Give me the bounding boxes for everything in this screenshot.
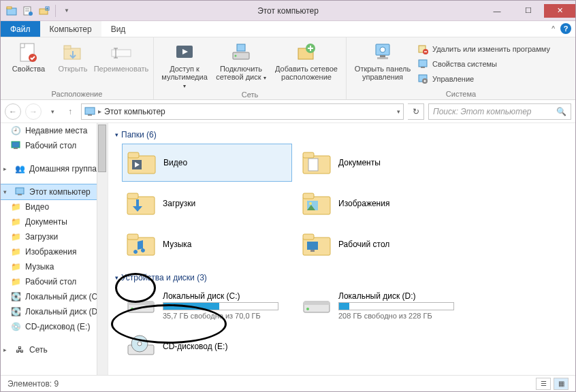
- section-devices[interactable]: ▾Устройства и диски (3): [115, 273, 569, 282]
- uninstall-button[interactable]: Удалить или изменить программу: [417, 42, 550, 56]
- sidebar-item-network[interactable]: ▸🖧Сеть: [1, 342, 108, 357]
- item-label: Загрузки: [163, 199, 195, 208]
- history-dropdown[interactable]: ▾: [46, 103, 59, 120]
- forward-button[interactable]: →: [25, 103, 42, 120]
- item-label: Изображения: [338, 199, 389, 208]
- sysprops-button[interactable]: Свойства системы: [417, 56, 550, 71]
- tab-file[interactable]: Файл: [1, 21, 40, 37]
- folder-icon: [302, 231, 332, 258]
- sidebar-item-thispc[interactable]: ▾Этот компьютер: [1, 184, 108, 199]
- folder-icon: [127, 149, 157, 176]
- maximize-button[interactable]: ☐: [513, 4, 544, 18]
- properties-button[interactable]: Свойства: [6, 40, 51, 73]
- thispc-icon: [84, 106, 95, 117]
- group-label-network: Сеть: [159, 89, 340, 99]
- sidebar-item-homegroup[interactable]: ▸👥Домашняя группа: [1, 161, 108, 176]
- svg-rect-66: [128, 301, 154, 305]
- up-button[interactable]: ↑: [63, 103, 77, 120]
- view-tiles-button[interactable]: ▦: [554, 378, 569, 390]
- qat-properties-icon[interactable]: [21, 4, 35, 18]
- drive-usage-fill: [339, 303, 349, 310]
- sidebar-item-documents[interactable]: 📁Документы: [1, 214, 108, 229]
- svg-rect-55: [303, 193, 314, 199]
- minimize-button[interactable]: —: [481, 4, 513, 18]
- sidebar-item-videos[interactable]: 📁Видео: [1, 199, 108, 214]
- svg-rect-21: [237, 44, 245, 51]
- sidebar-item-downloads[interactable]: 📁Загрузки: [1, 229, 108, 244]
- qat-dropdown-icon[interactable]: ▼: [60, 4, 74, 18]
- breadcrumb[interactable]: Этот компьютер: [104, 107, 165, 116]
- folder-icon: 📁: [10, 261, 21, 272]
- item-music[interactable]: Музыка: [122, 225, 292, 263]
- sidebar-scroll-thumb[interactable]: [98, 125, 106, 172]
- open-icon: [62, 42, 84, 63]
- sidebar-scrollbar[interactable]: [97, 123, 108, 375]
- qat-separator: [55, 5, 56, 17]
- view-details-button[interactable]: ☰: [536, 378, 551, 390]
- cpanel-button[interactable]: Открыть панель управления: [352, 40, 413, 81]
- svg-rect-60: [127, 234, 138, 240]
- item-videos[interactable]: Видео: [122, 144, 292, 182]
- collapse-ribbon-icon[interactable]: ^: [551, 25, 555, 33]
- item-drive-e[interactable]: CD-дисковод (E:): [122, 327, 292, 365]
- svg-rect-13: [64, 46, 71, 49]
- back-button[interactable]: ←: [5, 103, 21, 120]
- manage-button[interactable]: Управление: [417, 71, 550, 86]
- item-label: Документы: [338, 158, 381, 167]
- mapdrive-button[interactable]: Подключить сетевой диск ▾: [214, 40, 268, 81]
- address-bar[interactable]: ▸ Этот компьютер ▾: [81, 103, 404, 120]
- addr-dropdown-icon[interactable]: ▾: [397, 108, 400, 115]
- svg-rect-44: [18, 194, 22, 195]
- sidebar-item-cddrive[interactable]: 💿CD-дисковод (E:): [1, 319, 108, 334]
- item-drive-d[interactable]: Локальный диск (D:) 208 ГБ свободно из 2…: [298, 287, 468, 325]
- quick-access-toolbar: ▼: [1, 4, 74, 18]
- sysprops-icon: [417, 59, 428, 69]
- svg-rect-51: [308, 159, 318, 171]
- app-icon[interactable]: [5, 4, 18, 18]
- svg-point-38: [424, 80, 426, 82]
- rename-button[interactable]: Переименовать: [95, 40, 148, 73]
- sidebar-item-sdesktop[interactable]: 📁Рабочий стол: [1, 274, 108, 289]
- navigation-bar: ← → ▾ ↑ ▸ Этот компьютер ▾ ↻ Поиск: Этот…: [1, 100, 575, 123]
- sidebar-item-desktop[interactable]: Рабочий стол: [1, 138, 108, 153]
- open-button[interactable]: Открыть: [55, 40, 91, 73]
- close-button[interactable]: ✕: [544, 4, 575, 18]
- svg-rect-28: [380, 55, 385, 57]
- sidebar-item-music[interactable]: 📁Музыка: [1, 259, 108, 274]
- search-box[interactable]: Поиск: Этот компьютер 🔍: [428, 103, 571, 120]
- svg-rect-6: [39, 9, 48, 14]
- drive-usage-bar: [338, 302, 454, 310]
- ribbon: Свойства Открыть Переименовать Расположе…: [1, 37, 575, 100]
- item-pictures[interactable]: Изображения: [298, 184, 468, 223]
- svg-rect-69: [304, 301, 330, 305]
- drives-grid: Локальный диск (C:) 35,7 ГБ свободно из …: [122, 287, 569, 365]
- addloc-button[interactable]: Добавить сетевое расположение: [272, 40, 340, 81]
- sysprops-label: Свойства системы: [432, 60, 497, 68]
- svg-rect-1: [7, 7, 12, 9]
- svg-rect-43: [16, 188, 24, 194]
- tab-computer[interactable]: Компьютер: [40, 21, 101, 37]
- item-drive-c[interactable]: Локальный диск (C:) 35,7 ГБ свободно из …: [122, 287, 292, 325]
- item-downloads[interactable]: Загрузки: [122, 184, 292, 223]
- status-text: Элементов: 9: [7, 379, 59, 389]
- sidebar-item-diskc[interactable]: 💽Локальный диск (C:): [1, 289, 108, 304]
- body: 🕘Недавние места Рабочий стол ▸👥Домашняя …: [1, 123, 575, 375]
- svg-point-22: [235, 55, 237, 57]
- section-folders[interactable]: ▾Папки (6): [115, 130, 569, 140]
- sidebar-item-diskd[interactable]: 💽Локальный диск (D:): [1, 304, 108, 319]
- item-documents[interactable]: Документы: [298, 144, 468, 182]
- svg-point-5: [29, 12, 33, 16]
- svg-rect-50: [303, 152, 314, 158]
- refresh-button[interactable]: ↻: [408, 103, 424, 120]
- qat-newfolder-icon[interactable]: [37, 4, 51, 18]
- svg-rect-53: [127, 193, 138, 199]
- tab-view[interactable]: Вид: [101, 21, 135, 37]
- media-button[interactable]: Доступ к мультимедиа ▾: [159, 40, 210, 89]
- sidebar-item-recent[interactable]: 🕘Недавние места: [1, 123, 108, 138]
- ribbon-controls: ^ ?: [551, 23, 571, 34]
- item-desktop[interactable]: Рабочий стол: [298, 225, 468, 263]
- drive-free-text: 35,7 ГБ свободно из 70,0 ГБ: [163, 312, 288, 320]
- drive-icon: 💽: [10, 291, 21, 302]
- help-icon[interactable]: ?: [560, 23, 571, 34]
- sidebar-item-pictures[interactable]: 📁Изображения: [1, 244, 108, 259]
